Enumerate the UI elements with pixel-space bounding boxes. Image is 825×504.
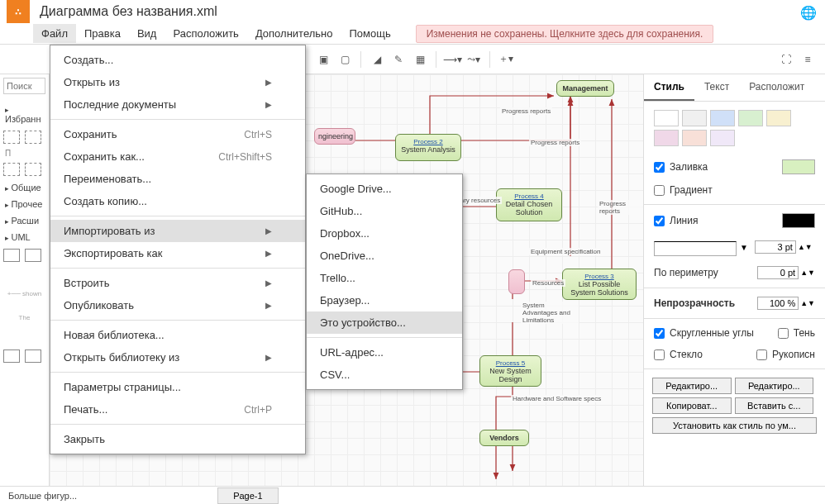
fullscreen-icon[interactable]: ⛶ xyxy=(777,50,795,69)
edit-button2[interactable]: Редактиро... xyxy=(735,378,814,394)
perimeter[interactable] xyxy=(757,266,799,279)
toback-icon[interactable]: ▢ xyxy=(336,50,354,69)
globe-icon[interactable]: 🌐 xyxy=(800,5,817,21)
node-connector[interactable] xyxy=(508,269,525,294)
file-menu-dropdown: Создать...Открыть из▶Последние документы… xyxy=(50,45,306,454)
node-process4[interactable]: Process 4Detail Chosen Solution xyxy=(496,188,562,221)
save-hint[interactable]: Изменения не сохранены. Щелкните здесь д… xyxy=(416,25,714,43)
cat-uml[interactable]: UML xyxy=(3,229,45,245)
menu-item[interactable]: Последние документы▶ xyxy=(50,93,305,116)
menu-extras[interactable]: Дополнительно xyxy=(247,24,341,43)
menu-item[interactable]: Сохранить как...Ctrl+Shift+S xyxy=(50,145,305,168)
connection-icon[interactable]: ⟶▾ xyxy=(443,50,461,69)
menu-item[interactable]: Создать копию... xyxy=(50,190,305,212)
tab-arrange[interactable]: Расположит xyxy=(739,74,814,101)
submenu-item[interactable]: Браузер... xyxy=(307,289,462,311)
label-equipment: Equipment specification xyxy=(529,248,603,255)
tab-style[interactable]: Стиль xyxy=(644,74,694,101)
submenu-item[interactable]: Это устройство... xyxy=(307,311,462,334)
set-default-button[interactable]: Установить как стиль по ум... xyxy=(652,417,817,434)
submenu-item[interactable]: Google Drive... xyxy=(307,178,462,200)
fill-color[interactable] xyxy=(782,159,815,174)
label-progress3: Progress reports xyxy=(598,200,643,215)
shape-template[interactable] xyxy=(3,249,20,262)
menu-item[interactable]: Печать...Ctrl+P xyxy=(50,398,305,421)
tofront-icon[interactable]: ▣ xyxy=(314,50,332,69)
document-title[interactable]: Диаграмма без названия.xml xyxy=(40,4,217,19)
menu-item[interactable]: Новая библиотека... xyxy=(50,324,305,346)
submenu-item[interactable]: GitHub... xyxy=(307,200,462,222)
shape-template[interactable] xyxy=(25,349,41,363)
menu-item[interactable]: Параметры страницы... xyxy=(50,376,305,398)
add-icon[interactable]: ＋▾ xyxy=(497,50,515,69)
menu-item[interactable]: Переименовать... xyxy=(50,168,305,190)
shadow-icon[interactable]: ▦ xyxy=(411,50,429,69)
cat-fav[interactable]: Избранн xyxy=(3,101,45,127)
line-style-select[interactable] xyxy=(654,241,737,256)
menu-item[interactable]: СохранитьCtrl+S xyxy=(50,123,305,145)
node-process3[interactable]: Process 3List Possible System Solutions xyxy=(562,269,637,300)
swatch[interactable] xyxy=(710,110,735,126)
menu-item[interactable]: Создать... xyxy=(50,49,305,71)
sketch-checkbox[interactable] xyxy=(756,349,767,360)
paste-style-button[interactable]: Вставить с... xyxy=(735,397,814,414)
shape-template[interactable] xyxy=(3,349,20,363)
search-input[interactable] xyxy=(3,78,45,94)
swatch[interactable] xyxy=(654,130,679,146)
swatch[interactable] xyxy=(738,110,763,126)
label-resources: Resources xyxy=(531,279,565,287)
more-shapes[interactable]: Больше фигур... xyxy=(0,491,85,501)
copy-style-button[interactable]: Копироват... xyxy=(652,397,732,414)
swatch[interactable] xyxy=(682,130,707,146)
fillcolor-icon[interactable]: ◢ xyxy=(368,50,386,69)
swatch[interactable] xyxy=(710,130,735,146)
menu-edit[interactable]: Правка xyxy=(76,24,129,43)
node-process5[interactable]: Process 5New System Design xyxy=(479,355,541,387)
swatch[interactable] xyxy=(682,110,707,126)
glass-checkbox[interactable] xyxy=(654,349,665,360)
page-tab[interactable]: Page-1 xyxy=(217,487,278,504)
node-management[interactable]: Management xyxy=(556,80,614,97)
format-icon[interactable]: ≡ xyxy=(799,50,817,69)
shape-template[interactable] xyxy=(25,249,41,262)
menu-item[interactable]: Закрыть xyxy=(50,428,305,450)
submenu-item[interactable]: CSV... xyxy=(307,364,462,386)
menu-item[interactable]: Опубликовать▶ xyxy=(50,294,305,316)
node-engineering[interactable]: ngineering xyxy=(314,128,355,145)
menu-arrange[interactable]: Расположить xyxy=(165,24,246,43)
node-vendors[interactable]: Vendors xyxy=(479,430,529,446)
tab-text[interactable]: Текст xyxy=(694,74,739,101)
menubar: Файл Правка Вид Расположить Дополнительн… xyxy=(0,23,825,45)
shadow-checkbox[interactable] xyxy=(778,328,789,339)
submenu-item[interactable]: OneDrive... xyxy=(307,245,462,267)
menu-file[interactable]: Файл xyxy=(33,24,76,43)
line-checkbox[interactable] xyxy=(654,216,665,226)
rounded-checkbox[interactable] xyxy=(654,328,665,339)
app-logo: ⛬ xyxy=(7,0,30,23)
fill-checkbox[interactable] xyxy=(654,162,665,173)
menu-item[interactable]: Открыть библиотеку из▶ xyxy=(50,346,305,368)
linecolor-icon[interactable]: ✎ xyxy=(389,50,408,69)
submenu-item[interactable]: URL-адрес... xyxy=(307,341,462,364)
swatch[interactable] xyxy=(766,110,791,126)
swatch[interactable] xyxy=(654,110,679,126)
menu-item[interactable]: Экспортировать как▶ xyxy=(50,242,305,264)
menu-item[interactable]: Открыть из▶ xyxy=(50,71,305,93)
line-color[interactable] xyxy=(782,213,815,228)
menu-view[interactable]: Вид xyxy=(129,24,165,43)
cat-adv[interactable]: Расши xyxy=(3,212,45,229)
menu-item[interactable]: Встроить▶ xyxy=(50,272,305,294)
edit-style-button[interactable]: Редактиро... xyxy=(652,378,732,394)
line-width[interactable] xyxy=(755,240,796,254)
opacity[interactable] xyxy=(757,297,799,310)
color-swatches xyxy=(644,102,825,155)
cat-common[interactable]: Общие xyxy=(3,179,45,196)
submenu-item[interactable]: Dropbox... xyxy=(307,222,462,245)
submenu-item[interactable]: Trello... xyxy=(307,267,462,289)
node-process2[interactable]: Process 2System Analysis xyxy=(395,134,461,161)
gradient-checkbox[interactable] xyxy=(654,185,665,196)
menu-help[interactable]: Помощь xyxy=(341,24,398,43)
menu-item[interactable]: Импортировать из▶ xyxy=(50,220,305,242)
cat-misc[interactable]: Прочее xyxy=(3,196,45,212)
waypoints-icon[interactable]: ⤳▾ xyxy=(465,50,483,69)
